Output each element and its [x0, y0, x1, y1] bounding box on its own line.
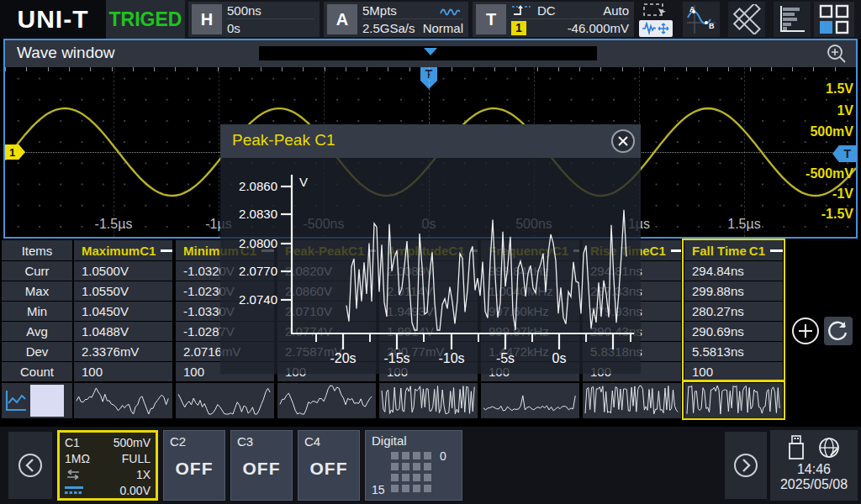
position-pointer[interactable]	[424, 48, 437, 55]
channel-bar-right-button[interactable]	[725, 432, 767, 499]
acquire-wave-icon	[440, 4, 463, 16]
sparkline-cell[interactable]	[583, 383, 681, 418]
digital-label: Digital	[372, 433, 407, 448]
channel2-panel[interactable]: C2 OFF	[163, 430, 225, 501]
bottom-bar: C1500mV 1MΩFULL 1X 0.00V C2 OFF C3 OFF C…	[0, 427, 861, 504]
channel3-state: OFF	[237, 459, 286, 479]
statistics-icon[interactable]	[774, 2, 811, 37]
trigger-source-badge: 1	[511, 21, 526, 35]
waveform-position-bar[interactable]	[259, 46, 597, 60]
svg-text:-20s: -20s	[330, 351, 356, 365]
svg-text:V: V	[299, 175, 308, 189]
add-measurement-button[interactable]	[791, 317, 820, 345]
svg-text:2.0800: 2.0800	[239, 236, 277, 250]
stat-row-label: Max	[2, 281, 72, 301]
layout-grid-icon[interactable]	[814, 2, 854, 37]
stat-row-label: Count	[2, 362, 72, 381]
voltage-label: -1V	[832, 186, 853, 202]
usb-icon	[787, 435, 806, 460]
svg-text:A: A	[689, 5, 695, 13]
grid-vline	[219, 67, 219, 237]
time-label: -1.5µs	[95, 217, 133, 232]
wave-drag-icon[interactable]	[639, 20, 673, 37]
channel1-scale: 500mV	[114, 436, 151, 449]
measure-tool-icon[interactable]	[728, 2, 765, 37]
voltage-label: 1.5V	[826, 81, 853, 97]
voltage-label: -1.5V	[821, 207, 853, 222]
channel3-panel[interactable]: C3 OFF	[230, 430, 293, 501]
stat-row-label: Avg	[2, 322, 72, 341]
digital-channel-grid	[391, 452, 431, 492]
trigger-panel[interactable]: T DC Auto 1 -46.000mV	[473, 2, 634, 37]
sparkline-cell[interactable]	[379, 383, 478, 418]
channel-trace-dash	[671, 249, 681, 252]
svg-text:2.0860: 2.0860	[239, 179, 277, 193]
clock-date: 2025/05/08	[770, 477, 858, 492]
sparkline-cell[interactable]	[176, 383, 274, 418]
stat-row-label: Min	[2, 302, 72, 321]
select-zoom-icon[interactable]	[639, 2, 673, 18]
svg-text:-10s: -10s	[438, 351, 464, 365]
measure-cell: 100	[684, 362, 783, 381]
digital-channels-panel[interactable]: Digital 0 15	[365, 430, 462, 501]
channel2-name: C2	[170, 434, 219, 449]
grid-vline	[114, 67, 114, 237]
zoom-in-icon[interactable]	[826, 43, 848, 65]
trend-view-toggle[interactable]	[2, 383, 72, 418]
channel1-impedance: 1MΩ	[65, 452, 90, 465]
popup-body: 2.08602.08302.08002.07702.0740V-20s-15s-…	[220, 158, 641, 374]
channel1-panel[interactable]: C1500mV 1MΩFULL 1X 0.00V	[57, 430, 158, 501]
trend-chart: 2.08602.08302.08002.07702.0740V-20s-15s-…	[220, 158, 641, 374]
svg-text:2.0830: 2.0830	[239, 207, 277, 221]
acquire-panel[interactable]: A 5Mpts 2.5GSa/s Normal	[324, 2, 468, 37]
voltage-label: -500mV	[806, 166, 853, 181]
top-bar: UNI-T TRIGED H 500ns 0s A 5Mpts 2.5GSa/s…	[0, 0, 861, 39]
measure-cell: 1.0550V	[74, 281, 172, 301]
voltage-label: 1V	[837, 103, 853, 118]
horizontal-panel[interactable]: H 500ns 0s	[188, 2, 320, 37]
reset-statistics-button[interactable]	[824, 317, 853, 345]
sparkline-cell[interactable]	[74, 383, 172, 418]
svg-text:0s: 0s	[552, 351, 567, 365]
close-icon[interactable]	[611, 129, 635, 153]
grid-vline	[744, 67, 745, 237]
measure-column-header[interactable]: Fall TimeC1	[684, 240, 783, 260]
channel1-offset: 0.00V	[119, 484, 151, 497]
channel1-name: C1	[65, 436, 80, 449]
status-panel[interactable]: 14:46 2025/05/08	[770, 430, 858, 501]
sparkline-cell[interactable]	[277, 383, 376, 418]
stat-row-label: Dev	[2, 342, 72, 361]
network-icon	[817, 436, 841, 459]
measure-cell: 2.3376mV	[74, 342, 172, 361]
trigger-level-value: -46.000mV	[568, 21, 629, 35]
channel4-panel[interactable]: C4 OFF	[298, 430, 360, 501]
measure-cell: 100	[74, 362, 172, 381]
oscilloscope-screen: { "top_bar": { "logo": "UNI-T", "trigger…	[0, 0, 861, 504]
channel3-name: C3	[237, 434, 286, 449]
measurement-trend-popup: Peak-Peak C1 2.08602.08302.08002.07702.0…	[220, 124, 641, 374]
svg-text:-5s: -5s	[496, 351, 515, 365]
sparkline-cell[interactable]	[481, 383, 579, 418]
digital-high-index: 0	[440, 449, 446, 463]
popup-header[interactable]: Peak-Peak C1	[220, 124, 641, 158]
channel-trace-dash	[161, 249, 172, 252]
cursor-ab-icon[interactable]: AB	[683, 2, 720, 37]
timebase-value: 500ns	[227, 3, 261, 18]
channel-bar-left-button[interactable]	[8, 432, 52, 499]
channel4-name: C4	[304, 434, 353, 449]
acquire-label: A	[327, 4, 357, 34]
horizontal-label: H	[192, 4, 222, 34]
measure-cell: 1.0488V	[74, 322, 172, 341]
time-label: 1.5µs	[727, 217, 760, 232]
clock-time: 14:46	[770, 462, 858, 477]
cursor-tools	[639, 2, 673, 37]
svg-text:-15s: -15s	[383, 351, 409, 365]
trend-thumb-blank	[30, 385, 64, 417]
wave-window-title: Wave window	[17, 44, 115, 62]
measure-cell: 5.5813ns	[684, 342, 783, 361]
channel1-probe: 1X	[136, 468, 151, 481]
sparkline-cell[interactable]	[684, 383, 783, 418]
stat-row-label: Curr	[2, 261, 72, 281]
horizontal-offset: 0s	[227, 21, 240, 35]
measure-column-header[interactable]: MaximumC1	[74, 240, 172, 260]
